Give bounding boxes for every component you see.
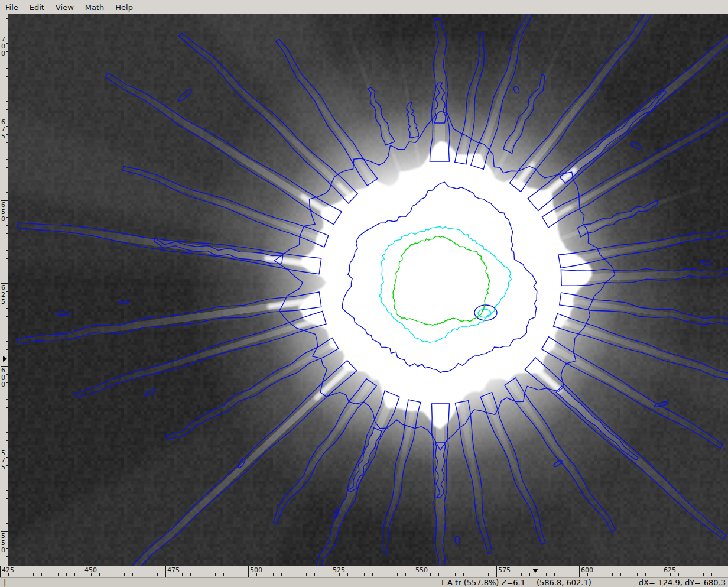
- menu-edit[interactable]: Edit: [29, 2, 45, 13]
- v-ruler-tick: [6, 275, 8, 275]
- v-ruler-tick: [6, 565, 8, 565]
- h-ruler-tick: [50, 573, 50, 576]
- h-ruler-tick: [430, 573, 431, 576]
- v-ruler-tick: [6, 474, 8, 474]
- v-ruler-tick: [6, 325, 8, 325]
- h-ruler-tick: [232, 573, 232, 576]
- h-ruler-tick: [670, 573, 671, 576]
- h-ruler-tick: [323, 573, 323, 576]
- v-ruler-tick: [6, 176, 8, 176]
- v-ruler-tick: [6, 250, 8, 251]
- h-ruler-tick: [422, 573, 422, 576]
- v-ruler-tick: [6, 490, 8, 491]
- h-ruler-tick: [472, 573, 472, 576]
- h-ruler-tick: [414, 566, 414, 577]
- h-ruler-tick: [66, 573, 67, 576]
- v-ruler-tick: [6, 184, 8, 184]
- h-ruler-tick: [604, 573, 604, 576]
- h-ruler-tick: [91, 573, 92, 576]
- star-image[interactable]: [8, 14, 728, 566]
- h-ruler-tick: [290, 573, 290, 576]
- h-ruler-tick: [637, 573, 638, 576]
- v-ruler-tick: [6, 60, 8, 60]
- h-ruler-tick: [33, 573, 34, 576]
- v-ruler-tick: [6, 18, 8, 19]
- menu-file[interactable]: File: [5, 2, 19, 13]
- white-finger: [452, 278, 561, 282]
- v-ruler-tick: [6, 515, 8, 515]
- h-ruler-tick: [554, 573, 555, 576]
- h-ruler-tick: [240, 573, 240, 576]
- v-ruler-tick: [6, 93, 8, 93]
- v-ruler-tick: [6, 159, 8, 160]
- h-ruler-tick: [513, 573, 514, 576]
- h-ruler-tick: [381, 573, 381, 576]
- h-ruler-tick: [389, 573, 389, 576]
- h-ruler-tick: [438, 573, 439, 576]
- h-ruler-tick: [538, 573, 538, 576]
- h-ruler-tick: [620, 573, 621, 576]
- v-ruler-tick: [6, 300, 8, 300]
- status-bar: | T A tr (557.8%) Z=6.1 (586.8, 602.1) d…: [0, 577, 728, 587]
- h-ruler-tick: [587, 573, 588, 576]
- h-ruler-tick: [306, 573, 307, 576]
- h-ruler-tick: [629, 573, 629, 576]
- h-ruler-tick: [256, 573, 257, 576]
- v-ruler-tick: [6, 432, 8, 433]
- h-ruler-tick: [215, 573, 216, 576]
- h-ruler-tick: [356, 573, 356, 576]
- v-ruler-label: 700: [1, 36, 5, 57]
- v-ruler-label: 575: [1, 450, 5, 471]
- h-ruler-tick: [339, 573, 340, 576]
- h-ruler-tick: [678, 573, 679, 576]
- h-ruler-tick: [364, 573, 365, 576]
- h-ruler-tick: [463, 573, 464, 576]
- h-ruler-tick: [579, 566, 580, 577]
- menu-math[interactable]: Math: [84, 2, 105, 13]
- v-ruler-tick: [6, 85, 8, 85]
- v-ruler-tick: [6, 465, 8, 466]
- v-ruler-tick: [6, 382, 8, 383]
- h-ruler-tick: [281, 573, 282, 576]
- h-ruler-tick: [480, 573, 480, 576]
- h-ruler-tick: [662, 566, 662, 577]
- v-ruler-tick: [6, 523, 8, 524]
- menu-help[interactable]: Help: [115, 2, 134, 13]
- v-ruler-label: 600: [1, 367, 5, 388]
- h-ruler-tick: [99, 573, 100, 576]
- h-ruler-tick: [612, 573, 613, 576]
- h-ruler-tick: [331, 566, 332, 577]
- h-ruler-tick: [199, 573, 199, 576]
- v-ruler-tick: [6, 209, 8, 209]
- image-canvas[interactable]: [8, 14, 728, 566]
- h-ruler-tick: [74, 573, 75, 576]
- h-ruler-tick: [132, 573, 133, 576]
- v-ruler-tick: [6, 416, 8, 416]
- h-ruler-tick: [265, 573, 265, 576]
- v-ruler-tick: [6, 217, 8, 218]
- h-ruler: 425450475500525550575600625: [0, 566, 728, 577]
- status-cursor-coords: (586.8, 602.1): [537, 578, 592, 587]
- h-ruler-tick: [703, 573, 704, 576]
- v-ruler-tick: [6, 374, 8, 375]
- v-ruler-tick: [6, 316, 8, 317]
- h-ruler-tick: [58, 573, 58, 576]
- h-ruler-tick: [529, 573, 530, 576]
- v-ruler-tick: [6, 457, 8, 458]
- v-ruler-tick: [6, 548, 8, 549]
- v-ruler-tick: [6, 424, 8, 424]
- h-ruler-tick: [455, 573, 456, 576]
- v-ruler-tick: [6, 407, 8, 408]
- h-ruler-tick: [116, 573, 116, 576]
- v-ruler-tick: [6, 76, 8, 77]
- h-ruler-tick: [83, 566, 83, 577]
- v-ruler-tick: [6, 308, 8, 309]
- v-ruler-tick: [6, 192, 8, 193]
- menu-view[interactable]: View: [55, 2, 74, 13]
- h-ruler-tick: [273, 573, 274, 576]
- h-ruler-tick: [521, 573, 522, 576]
- h-ruler-tick: [314, 573, 315, 576]
- status-mode: T A tr (557.8%) Z=6.1: [440, 578, 525, 587]
- h-ruler-tick: [182, 573, 183, 576]
- h-ruler-tick: [645, 573, 646, 576]
